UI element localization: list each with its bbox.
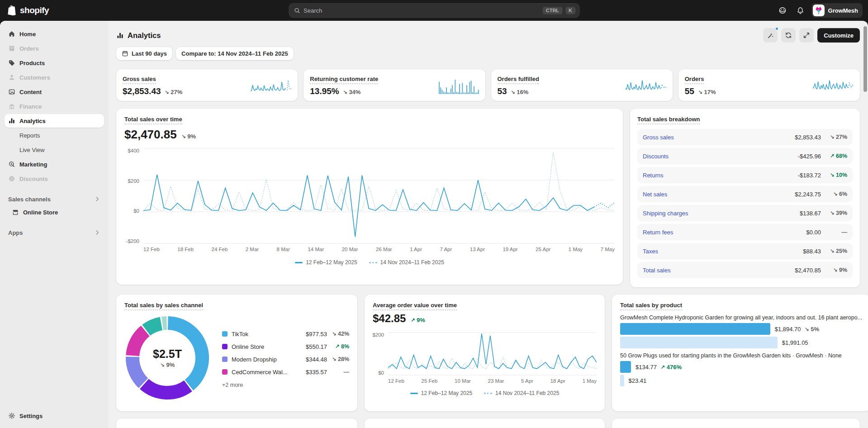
sidebar-item-discounts[interactable]: Discounts — [5, 172, 104, 185]
x-tick: 13 Apr — [470, 247, 485, 252]
sidebar-item-settings[interactable]: Settings — [5, 409, 104, 423]
more-channels-link[interactable]: +2 more — [222, 382, 349, 388]
channel-legend-row-online-store[interactable]: Online Store$550.17↗ 8% — [222, 340, 349, 353]
legend-label: 14 Nov 2024–11 Feb 2025 — [380, 259, 444, 266]
x-tick: 25 Feb — [422, 378, 438, 384]
channel-legend-row-tiktok[interactable]: TikTok$977.53↘ 42% — [222, 328, 349, 340]
search-bar[interactable]: CTRL K — [289, 3, 579, 18]
metric-value: 55 — [685, 86, 694, 96]
trend-arrow-icon: ↘ — [805, 326, 809, 333]
metric-card-returning-customer-rate[interactable]: Returning customer rate13.95%↘ 34% — [304, 69, 485, 101]
sidebar-item-analytics[interactable]: Analytics — [5, 114, 104, 128]
breakdown-row-link[interactable]: Return fees — [643, 229, 806, 236]
sidebar-item-marketing[interactable]: Marketing — [5, 157, 104, 171]
shopify-bag-icon — [7, 5, 17, 16]
sidebar-item-label: Orders — [19, 45, 39, 52]
product-name[interactable]: 50 Grow Plugs used for starting plants i… — [620, 352, 862, 359]
refresh-data-button[interactable] — [781, 28, 796, 43]
compare-to-label: Compare to: 14 Nov 2024–11 Feb 2025 — [181, 50, 288, 57]
legend-label: 14 Nov 2024–11 Feb 2025 — [495, 390, 559, 396]
aov-title[interactable]: Average order value over time — [373, 302, 457, 310]
sidebar-item-customers[interactable]: Customers — [5, 71, 104, 84]
main-content: Analytics Customize Last 90 days — [109, 21, 868, 428]
conversion-rate-over-time-card: Conversion rate over time — [365, 418, 605, 428]
breakdown-row-return-fees: Return fees$0.00— — [637, 224, 853, 240]
sidebar-item-products[interactable]: Products — [5, 56, 104, 70]
delta-value: 28% — [337, 356, 350, 362]
product-name[interactable]: GrowMesh Complete Hydroponic Garden for … — [620, 314, 862, 321]
sales-by-product-title[interactable]: Total sales by product — [620, 302, 682, 310]
sidebar-item-reports[interactable]: Reports — [5, 128, 104, 142]
metric-card-orders-fulfilled[interactable]: Orders fulfilled53↘ 16% — [491, 69, 673, 101]
shopify-logo[interactable]: shopify — [0, 5, 49, 16]
apps-header[interactable]: Apps — [5, 226, 104, 239]
channel-value: $335.57 — [306, 369, 327, 376]
x-tick: 25 Apr — [536, 247, 550, 252]
page-title: Analytics — [128, 31, 161, 40]
total-sales-breakdown-card: Total sales breakdown Gross sales$2,853.… — [630, 109, 860, 287]
total-sales-over-time-title[interactable]: Total sales over time — [124, 116, 182, 124]
sidebar-item-finance[interactable]: Finance — [5, 100, 104, 113]
breakdown-title[interactable]: Total sales breakdown — [637, 116, 700, 124]
product-current-value: $134.77 — [636, 364, 657, 371]
sidebar-item-home[interactable]: Home — [5, 27, 104, 41]
customize-button[interactable]: Customize — [817, 28, 860, 43]
magic-insights-button[interactable] — [763, 28, 778, 43]
delta-value: 68% — [835, 153, 848, 159]
channel-delta: ↘ 28% — [331, 356, 349, 362]
breakdown-row-link[interactable]: Taxes — [643, 248, 803, 255]
breakdown-row-link[interactable]: Net sales — [643, 191, 795, 198]
x-tick: 12 Feb — [143, 247, 160, 252]
fullscreen-expand-button[interactable] — [799, 28, 814, 43]
scrollbar-thumb[interactable] — [863, 26, 867, 92]
notifications-bell-button[interactable] — [793, 3, 808, 18]
trend-arrow-icon: ↘ — [830, 134, 834, 140]
trend-arrow-icon: ↘ — [332, 331, 336, 337]
product-current-label: $134.77↗ 476% — [636, 364, 682, 371]
x-tick: 2 Mar — [246, 247, 259, 252]
compare-to-button[interactable]: Compare to: 14 Nov 2024–11 Feb 2025 — [176, 47, 294, 60]
metric-sparkline — [813, 77, 854, 95]
sidebar-item-label: Reports — [19, 132, 40, 139]
delta-value: 27% — [835, 134, 848, 140]
metric-card-orders[interactable]: Orders55↘ 17% — [678, 69, 860, 101]
date-range-button[interactable]: Last 90 days — [116, 47, 172, 60]
breakdown-row-link[interactable]: Shipping charges — [643, 210, 800, 217]
metric-sparkline — [251, 77, 291, 95]
brand-wordmark: shopify — [20, 5, 49, 15]
x-tick: 12 Feb — [388, 378, 404, 384]
breakdown-row-delta: ↘ 27% — [821, 134, 847, 140]
sidebar-item-online-store[interactable]: Online Store — [8, 205, 104, 219]
breakdown-row-shipping-charges: Shipping charges$138.67↘ 39% — [637, 205, 853, 221]
sidebar-item-orders[interactable]: Orders — [5, 42, 104, 55]
total-sales-line-chart — [143, 148, 615, 244]
channel-color-swatch — [222, 331, 228, 337]
store-account-menu[interactable]: GrowMesh — [811, 3, 863, 18]
sidebar-item-live-view[interactable]: Live View — [5, 143, 104, 157]
breakdown-row-link[interactable]: Total sales — [643, 267, 795, 274]
search-input[interactable] — [304, 7, 540, 14]
chevron-right-icon — [94, 196, 100, 202]
breakdown-row-link[interactable]: Returns — [643, 172, 798, 179]
trend-arrow-icon: ↗ — [335, 343, 339, 350]
delta-value: 27% — [169, 89, 183, 95]
breakdown-row-link[interactable]: Gross sales — [643, 134, 795, 141]
channel-legend-row-cedcommerce-wal[interactable]: CedCommerce Wal...$335.57— — [222, 366, 349, 378]
metric-card-gross-sales[interactable]: Gross sales$2,853.43↘ 27% — [116, 69, 298, 101]
channel-legend-row-modern-dropship[interactable]: Modern Dropship$344.48↘ 28% — [222, 353, 349, 366]
breakdown-row-link[interactable]: Discounts — [643, 153, 798, 160]
sidekick-assistant-button[interactable] — [775, 3, 790, 18]
sales-channels-header[interactable]: Sales channels — [5, 193, 104, 205]
chevron-right-icon — [94, 229, 100, 236]
donut-center-delta: ↘ 9% — [160, 361, 175, 368]
breakdown-row-discounts: Discounts-$425.96↗ 68% — [637, 148, 853, 164]
total-sales-delta: ↘ 9% — [181, 133, 196, 140]
delta-value: 476% — [665, 364, 682, 371]
product-item: GrowMesh Complete Hydroponic Garden for … — [620, 314, 862, 348]
trend-arrow-icon: ↘ — [833, 191, 837, 197]
marketing-icon — [8, 161, 15, 168]
delta-value: 25% — [835, 248, 848, 254]
sales-by-channel-title[interactable]: Total sales by sales channel — [124, 302, 203, 310]
x-tick: 24 Feb — [212, 247, 228, 252]
sidebar-item-content[interactable]: Content — [5, 85, 104, 99]
